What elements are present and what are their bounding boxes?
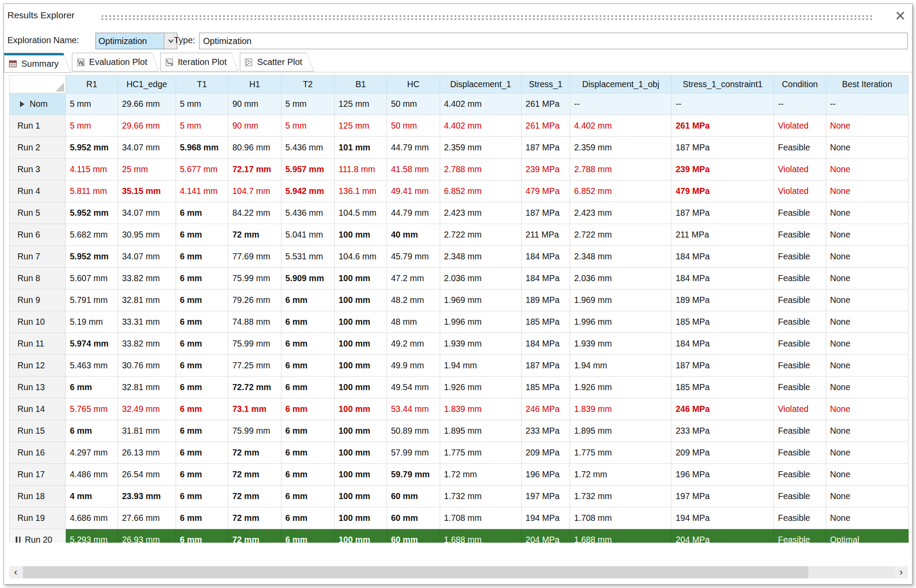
cell[interactable]: Feasible	[774, 268, 826, 289]
cell[interactable]: 6 mm	[281, 289, 334, 311]
cell[interactable]: 29.66 mm	[118, 93, 176, 115]
cell[interactable]: 100 mm	[334, 486, 387, 507]
column-header[interactable]: Best Iteration	[826, 75, 908, 93]
cell[interactable]: Feasible	[774, 464, 826, 486]
cell[interactable]: 5.677 mm	[176, 159, 228, 180]
cell[interactable]: 2.348 mm	[440, 246, 521, 268]
cell[interactable]: 1.708 mm	[570, 507, 672, 529]
cell[interactable]: 72 mm	[228, 529, 281, 543]
cell[interactable]: 45.79 mm	[387, 246, 440, 268]
cell[interactable]: 1.839 mm	[570, 398, 672, 420]
cell[interactable]: Feasible	[774, 377, 826, 398]
cell[interactable]: Feasible	[774, 246, 826, 268]
cell[interactable]: None	[826, 224, 908, 246]
cell[interactable]: 4.402 mm	[570, 115, 672, 137]
cell[interactable]: 6.852 mm	[440, 180, 521, 202]
cell[interactable]: 100 mm	[334, 464, 387, 486]
cell[interactable]: 49.54 mm	[387, 377, 440, 398]
cell[interactable]: None	[826, 202, 908, 224]
row-label[interactable]: Run 10	[10, 311, 66, 333]
cell[interactable]: 101 mm	[334, 137, 387, 159]
cell[interactable]: 60 mm	[387, 529, 440, 543]
scrollbar-track[interactable]	[22, 566, 895, 578]
cell[interactable]: 6 mm	[281, 464, 334, 486]
cell[interactable]: 1.895 mm	[440, 420, 521, 442]
cell[interactable]: 1.732 mm	[570, 486, 672, 507]
cell[interactable]: 233 MPa	[522, 420, 570, 442]
cell[interactable]: 111.8 mm	[334, 159, 387, 180]
cell[interactable]: 23.93 mm	[118, 486, 176, 507]
cell[interactable]: 6 mm	[176, 355, 228, 377]
cell[interactable]: 187 MPa	[672, 202, 774, 224]
cell[interactable]: 25 mm	[118, 159, 176, 180]
cell[interactable]: 4.297 mm	[66, 442, 118, 464]
cell[interactable]: 26.54 mm	[118, 464, 176, 486]
row-label[interactable]: Run 7	[10, 246, 66, 268]
cell[interactable]: Feasible	[774, 529, 826, 543]
cell[interactable]: None	[826, 159, 908, 180]
cell[interactable]: 1.732 mm	[440, 486, 521, 507]
cell[interactable]: Feasible	[774, 202, 826, 224]
column-header[interactable]: Displacement_1	[440, 75, 521, 93]
cell[interactable]: 5.531 mm	[281, 246, 334, 268]
column-header[interactable]: T1	[176, 75, 228, 93]
cell[interactable]: 209 MPa	[522, 442, 570, 464]
row-label[interactable]: Run 14	[10, 398, 66, 420]
column-header[interactable]: H1	[228, 75, 281, 93]
tab-iteration-plot[interactable]: Iteration Plot	[160, 53, 238, 71]
cell[interactable]: 184 MPa	[522, 246, 570, 268]
cell[interactable]: 4.686 mm	[66, 507, 118, 529]
cell[interactable]: 2.423 mm	[440, 202, 521, 224]
cell[interactable]: 6 mm	[176, 420, 228, 442]
cell[interactable]: 187 MPa	[522, 355, 570, 377]
cell[interactable]: 100 mm	[334, 311, 387, 333]
cell[interactable]: 1.969 mm	[440, 289, 521, 311]
cell[interactable]: 4.141 mm	[176, 180, 228, 202]
cell[interactable]: 5 mm	[281, 115, 334, 137]
cell[interactable]: 1.775 mm	[440, 442, 521, 464]
row-label[interactable]: Run 16	[10, 442, 66, 464]
cell[interactable]: 48 mm	[387, 311, 440, 333]
cell[interactable]: None	[826, 333, 908, 355]
cell[interactable]: 246 MPa	[672, 398, 774, 420]
cell[interactable]: 1.939 mm	[570, 333, 672, 355]
cell[interactable]: 32.81 mm	[118, 289, 176, 311]
cell[interactable]: None	[826, 246, 908, 268]
cell[interactable]: 2.722 mm	[570, 224, 672, 246]
row-label[interactable]: Run 15	[10, 420, 66, 442]
cell[interactable]: Feasible	[774, 137, 826, 159]
cell[interactable]: 100 mm	[334, 355, 387, 377]
cell[interactable]: 184 MPa	[672, 268, 774, 289]
column-header[interactable]: Condition	[774, 75, 826, 93]
cell[interactable]: 100 mm	[334, 420, 387, 442]
row-label[interactable]: Run 9	[10, 289, 66, 311]
row-label[interactable]: Nom	[10, 93, 66, 115]
cell[interactable]: 104.5 mm	[334, 202, 387, 224]
cell[interactable]: None	[826, 115, 908, 137]
cell[interactable]: Feasible	[774, 486, 826, 507]
cell[interactable]: 5.436 mm	[281, 202, 334, 224]
cell[interactable]: 72 mm	[228, 507, 281, 529]
cell[interactable]: 40 mm	[387, 224, 440, 246]
cell[interactable]: 2.359 mm	[570, 137, 672, 159]
cell[interactable]: 1.926 mm	[570, 377, 672, 398]
cell[interactable]: 5.952 mm	[66, 137, 118, 159]
cell[interactable]: Feasible	[774, 420, 826, 442]
cell[interactable]: 27.66 mm	[118, 507, 176, 529]
cell[interactable]: 26.93 mm	[118, 529, 176, 543]
cell[interactable]: 53.44 mm	[387, 398, 440, 420]
cell[interactable]: 6 mm	[281, 442, 334, 464]
cell[interactable]: 4.115 mm	[66, 159, 118, 180]
cell[interactable]: 100 mm	[334, 377, 387, 398]
cell[interactable]: 35.15 mm	[118, 180, 176, 202]
cell[interactable]: 4.486 mm	[66, 464, 118, 486]
cell[interactable]: 187 MPa	[522, 202, 570, 224]
cell[interactable]: 6 mm	[176, 442, 228, 464]
column-header[interactable]: HC1_edge	[118, 75, 176, 93]
cell[interactable]: 100 mm	[334, 268, 387, 289]
cell[interactable]: 6 mm	[281, 420, 334, 442]
cell[interactable]: 6 mm	[176, 311, 228, 333]
cell[interactable]: 246 MPa	[522, 398, 570, 420]
cell[interactable]: 6 mm	[176, 529, 228, 543]
cell[interactable]: 2.036 mm	[440, 268, 521, 289]
